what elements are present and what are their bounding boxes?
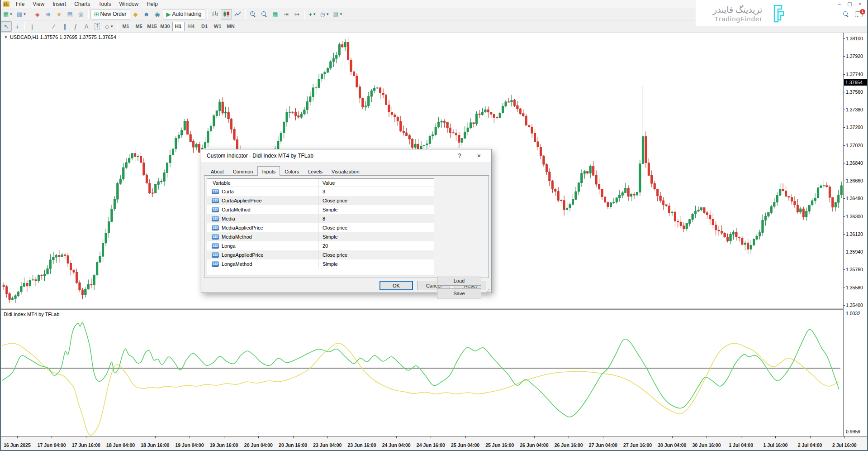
timeframe-h1[interactable]: H1 bbox=[172, 22, 185, 31]
sounds-button[interactable]: ◉ bbox=[152, 9, 163, 19]
search-icon[interactable] bbox=[843, 11, 849, 18]
dialog-tab-inputs[interactable]: Inputs bbox=[257, 166, 280, 176]
channel-button[interactable]: ∥ bbox=[59, 21, 70, 32]
crosshair-button[interactable]: + bbox=[12, 21, 23, 32]
toolbar-separator bbox=[30, 10, 30, 19]
value-cell[interactable]: Close price bbox=[319, 223, 434, 232]
dialog-tab-common[interactable]: Common bbox=[228, 167, 258, 177]
time-axis-label: 1 Jul 16:00 bbox=[764, 442, 788, 448]
variable-cell: 123LongaMethod bbox=[207, 259, 319, 269]
value-cell[interactable]: Simple bbox=[319, 259, 434, 269]
window-close-button[interactable]: × bbox=[856, 0, 864, 7]
bar-chart-icon bbox=[212, 11, 218, 17]
value-cell[interactable]: 3 bbox=[319, 187, 434, 196]
ok-button[interactable]: OK bbox=[379, 281, 413, 290]
resize-grip[interactable] bbox=[486, 288, 490, 292]
navigator-button[interactable]: ⊕ bbox=[43, 9, 54, 19]
community-button[interactable]: ☻ bbox=[141, 9, 152, 19]
chat-icon[interactable]: 1 bbox=[855, 11, 863, 17]
value-cell[interactable]: Simple bbox=[319, 232, 434, 241]
restore-button[interactable]: ▢ bbox=[845, 0, 854, 7]
mt4-window: FileViewInsertChartsToolsWindowHelp ▦ ▾ … bbox=[0, 0, 868, 451]
market-watch-button[interactable]: ◈ bbox=[32, 9, 43, 19]
candlestick-chart-button[interactable] bbox=[221, 9, 232, 19]
auto-scroll-button[interactable]: ⇥ bbox=[281, 9, 292, 19]
load-button[interactable]: Load bbox=[437, 276, 481, 286]
chart-shift-button[interactable]: ↦ bbox=[292, 9, 303, 19]
text-label-button[interactable]: T bbox=[92, 21, 103, 32]
templates-button[interactable]: ▧ ▾ bbox=[331, 9, 345, 19]
value-cell[interactable]: Simple bbox=[319, 205, 434, 214]
dialog-close-button[interactable]: × bbox=[471, 149, 487, 162]
value-cell[interactable]: 8 bbox=[319, 214, 434, 223]
menu-insert[interactable]: Insert bbox=[48, 0, 70, 8]
panel-splitter[interactable] bbox=[1, 308, 843, 310]
timeframe-m1[interactable]: M1 bbox=[120, 22, 132, 31]
dialog-help-button[interactable]: ? bbox=[452, 149, 467, 162]
dialog-titlebar[interactable]: Custom Indicator - Didi Index MT4 by TFL… bbox=[201, 149, 491, 162]
timeframe-mn[interactable]: MN bbox=[225, 22, 237, 31]
minimize-button[interactable]: – bbox=[835, 0, 844, 7]
new-chart-button[interactable]: ▦ ▾ bbox=[1, 9, 14, 19]
parameter-row[interactable]: 123Curta3 bbox=[207, 187, 434, 196]
profiles-button[interactable]: ▥ ▾ bbox=[14, 9, 28, 19]
timeframe-d1[interactable]: D1 bbox=[199, 22, 211, 31]
time-axis-tick bbox=[775, 437, 776, 438]
new-order-button[interactable]: ⊞ New Order bbox=[90, 9, 130, 19]
zoom-out-button[interactable]: − bbox=[259, 9, 270, 19]
horizontal-line-button[interactable]: — bbox=[38, 21, 48, 32]
autotrading-button[interactable]: ▶ AutoTrading bbox=[163, 9, 205, 19]
value-cell[interactable]: Close price bbox=[319, 196, 434, 205]
timeframe-m5[interactable]: M5 bbox=[133, 22, 145, 31]
value-cell[interactable]: 20 bbox=[319, 241, 434, 250]
save-button[interactable]: Save bbox=[437, 288, 481, 298]
cursor-button[interactable]: ↖ bbox=[1, 21, 12, 32]
dialog-tab-levels[interactable]: Levels bbox=[304, 167, 327, 177]
terminal-button[interactable]: ▤ bbox=[65, 9, 76, 19]
parameter-row[interactable]: 123Media8 bbox=[207, 214, 434, 223]
favorites-button[interactable]: ★ bbox=[54, 9, 65, 19]
dialog-tab-about[interactable]: About bbox=[206, 167, 228, 177]
time-axis-tick bbox=[17, 437, 18, 438]
timeframe-m30[interactable]: M30 bbox=[159, 22, 171, 31]
parameter-row[interactable]: 123LongaAppliedPriceClose price bbox=[207, 250, 434, 259]
timeframe-w1[interactable]: W1 bbox=[212, 22, 224, 31]
value-cell[interactable]: Close price bbox=[319, 250, 434, 259]
menu-window[interactable]: Window bbox=[115, 0, 143, 8]
chart-shift-icon: ↦ bbox=[294, 11, 299, 17]
text-button[interactable]: A bbox=[81, 21, 92, 32]
terminal-icon: ▤ bbox=[67, 11, 73, 17]
bar-chart-button[interactable] bbox=[209, 9, 221, 19]
arrows-button[interactable]: ◇ ▾ bbox=[103, 21, 115, 32]
parameter-123-icon: 123 bbox=[212, 207, 219, 212]
menu-charts[interactable]: Charts bbox=[70, 0, 94, 8]
vertical-line-button[interactable]: | bbox=[27, 21, 38, 32]
menu-tools[interactable]: Tools bbox=[95, 0, 115, 8]
trendline-button[interactable]: ∕ bbox=[48, 21, 59, 32]
line-chart-button[interactable] bbox=[232, 9, 243, 19]
periods-button[interactable]: ◷ ▾ bbox=[318, 9, 331, 19]
parameter-row[interactable]: 123CurtaAppliedPriceClose price bbox=[207, 196, 434, 205]
menu-file[interactable]: File bbox=[12, 0, 28, 8]
dialog-tab-visualization[interactable]: Visualization bbox=[327, 167, 364, 177]
parameter-row[interactable]: 123MediaMethodSimple bbox=[207, 232, 434, 241]
time-axis-tick bbox=[844, 437, 845, 438]
timeframe-h4[interactable]: H4 bbox=[185, 22, 198, 31]
strategy-tester-button[interactable]: ◎ bbox=[76, 9, 86, 19]
objects-button[interactable]: ◆ bbox=[130, 9, 141, 19]
timeframe-m15[interactable]: M15 bbox=[146, 22, 158, 31]
toolbar-separator bbox=[207, 10, 208, 19]
tile-windows-button[interactable]: ▦ bbox=[270, 9, 281, 19]
parameter-row[interactable]: 123Longa20 bbox=[207, 241, 434, 250]
fibonacci-button[interactable]: ƒ bbox=[70, 21, 81, 32]
variable-cell: 123Media bbox=[207, 214, 319, 223]
dialog-tab-colors[interactable]: Colors bbox=[280, 167, 304, 177]
zoom-in-button[interactable]: + bbox=[247, 9, 259, 19]
menu-help[interactable]: Help bbox=[142, 0, 162, 8]
parameter-row[interactable]: 123LongaMethodSimple bbox=[207, 259, 434, 269]
parameter-row[interactable]: 123CurtaMethodSimple bbox=[207, 205, 434, 214]
symbol-dropdown-icon[interactable]: ▼ bbox=[4, 35, 8, 39]
indicators-button[interactable]: + ▾ bbox=[307, 9, 318, 19]
parameter-row[interactable]: 123MediaAppliedPriceClose price bbox=[207, 223, 434, 232]
menu-view[interactable]: View bbox=[28, 0, 48, 8]
